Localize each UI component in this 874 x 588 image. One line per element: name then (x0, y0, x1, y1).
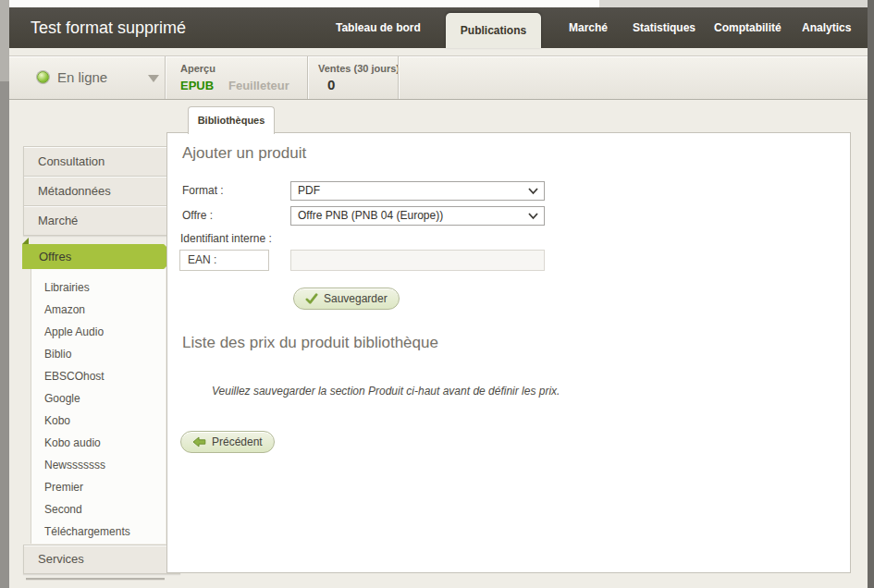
format-select-value: PDF (298, 182, 320, 200)
status-divider (165, 56, 166, 99)
sidebar-item-newsssssss[interactable]: Newsssssss (31, 454, 166, 476)
right-window-edge (868, 0, 874, 588)
chevron-down-icon (528, 188, 538, 195)
top-browser-strip-right (599, 0, 868, 7)
status-divider (307, 56, 308, 99)
page-title: Test format supprimé (31, 7, 186, 48)
app-window: Test format supprimé Tableau de bord Pub… (0, 0, 874, 588)
sidebar-sublist: Librairies Amazon Apple Audio Biblio EBS… (31, 269, 166, 544)
sidebar-item-premier[interactable]: Premier (31, 476, 166, 498)
tab-bibliotheques[interactable]: Bibliothèques (188, 106, 275, 134)
left-window-edge (0, 0, 9, 588)
sidebar-item-ebscohost[interactable]: EBSCOhost (31, 365, 166, 387)
tab-publications-label: Publications (461, 24, 526, 37)
top-navbar: Test format supprimé Tableau de bord Pub… (9, 7, 868, 48)
sidebar-section-consultation[interactable]: Consultation (23, 146, 180, 177)
price-list-title: Liste des prix du produit bibliothèque (182, 334, 438, 352)
online-status-icon (37, 71, 49, 83)
offre-select-value: Offre PNB (PNB 04 (Europe)) (298, 207, 443, 225)
check-icon (305, 293, 318, 304)
sidebar-item-amazon[interactable]: Amazon (31, 299, 166, 321)
sidebar-item-biblio[interactable]: Biblio (31, 343, 166, 365)
format-select[interactable]: PDF (290, 181, 545, 201)
nav-marche[interactable]: Marché (569, 7, 608, 48)
apercu-feuilleteur-link[interactable]: Feuilleteur (228, 79, 289, 92)
format-label: Format : (182, 184, 224, 197)
ean-input (290, 250, 545, 271)
identifiant-interne-label: Identifiant interne : (180, 232, 272, 245)
offre-label: Offre : (182, 209, 213, 222)
apercu-label: Aperçu (180, 63, 215, 74)
nav-statistiques[interactable]: Statistiques (633, 7, 696, 48)
add-product-title: Ajouter un produit (182, 144, 306, 163)
nav-comptabilite[interactable]: Comptabilité (714, 7, 782, 48)
sidebar-item-telechargements[interactable]: Téléchargements (31, 521, 166, 543)
previous-button[interactable]: Précédent (180, 431, 275, 453)
save-button[interactable]: Sauvegarder (293, 288, 400, 310)
sidebar-item-apple-audio[interactable]: Apple Audio (31, 321, 166, 343)
nav-analytics[interactable]: Analytics (802, 7, 851, 48)
save-button-label: Sauvegarder (324, 292, 388, 305)
sidebar-section-marche[interactable]: Marché (23, 205, 180, 236)
sidebar-item-google[interactable]: Google (31, 387, 166, 410)
sidebar-item-second[interactable]: Second (31, 498, 166, 521)
sidebar-bottom-shadow (26, 578, 165, 580)
tab-bibliotheques-label: Bibliothèques (198, 115, 265, 126)
ventes-label: Ventes (30 jours) (318, 63, 400, 74)
chevron-down-icon (148, 75, 159, 82)
offre-select[interactable]: Offre PNB (PNB 04 (Europe)) (290, 206, 545, 226)
sidebar-section-services[interactable]: Services (23, 545, 180, 574)
chevron-down-icon (528, 213, 538, 220)
tab-publications[interactable]: Publications (446, 13, 541, 48)
online-status-label: En ligne (57, 56, 107, 99)
nav-tableau-de-bord[interactable]: Tableau de bord (336, 7, 421, 48)
ventes-value: 0 (327, 77, 335, 92)
status-bar: En ligne Aperçu EPUB Feuilleteur Ventes … (9, 55, 868, 100)
content-panel: Ajouter un produit Format : PDF Offre : … (166, 132, 851, 573)
arrow-left-icon (192, 436, 206, 447)
sidebar-item-offres-active[interactable]: Offres (39, 244, 71, 269)
left-window-edge-top (0, 0, 9, 81)
apercu-epub-link[interactable]: EPUB (180, 79, 214, 92)
sidebar-section-metadonnees[interactable]: Métadonnées (23, 176, 180, 206)
sidebar-item-librairies[interactable]: Librairies (31, 276, 166, 299)
previous-button-label: Précédent (212, 435, 263, 448)
sidebar-item-kobo-audio[interactable]: Kobo audio (31, 432, 166, 454)
status-divider (398, 56, 399, 99)
price-list-notice: Veuillez sauvegarder la section Produit … (212, 385, 560, 398)
sidebar-item-kobo[interactable]: Kobo (31, 410, 166, 432)
ean-type-box[interactable]: EAN : (179, 250, 269, 271)
